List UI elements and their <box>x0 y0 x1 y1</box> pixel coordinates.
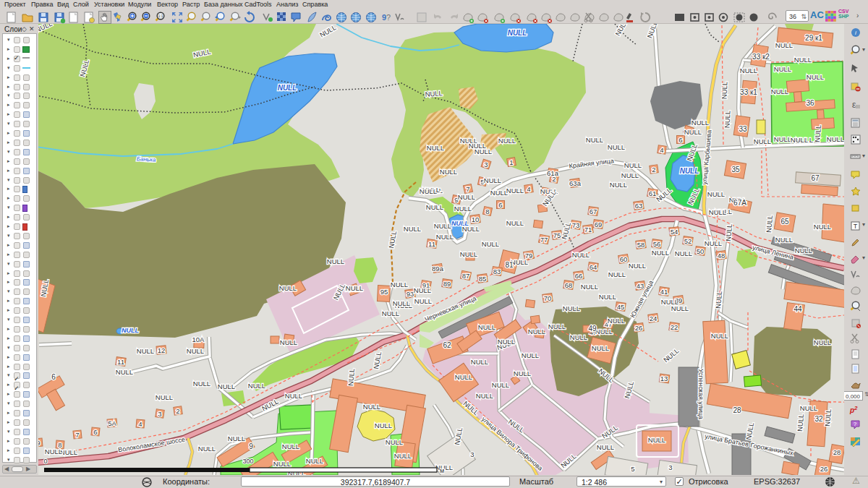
svg-text:67: 67 <box>811 174 820 182</box>
svg-text:NULL: NULL <box>624 161 642 169</box>
svg-text:NULL: NULL <box>363 403 380 411</box>
svg-text:NULL: NULL <box>675 249 692 257</box>
svg-text:NULL: NULL <box>522 351 539 359</box>
svg-text:44: 44 <box>793 305 802 313</box>
svg-text:NULL: NULL <box>137 347 154 355</box>
svg-text:6: 6 <box>678 136 682 144</box>
svg-text:NULL: NULL <box>608 270 626 278</box>
svg-text:NULL: NULL <box>60 448 77 456</box>
svg-text:NULL: NULL <box>490 189 508 197</box>
svg-text:50: 50 <box>697 247 705 255</box>
svg-text:NULL: NULL <box>581 283 598 291</box>
svg-text:9: 9 <box>249 442 253 450</box>
svg-text:7: 7 <box>75 431 79 439</box>
svg-text:28: 28 <box>733 406 741 414</box>
svg-text:36: 36 <box>806 99 814 107</box>
svg-text:NULL: NULL <box>45 448 62 455</box>
svg-text:NULL: NULL <box>796 414 805 432</box>
svg-text:NULL: NULL <box>394 452 412 460</box>
svg-text:7: 7 <box>466 185 469 193</box>
svg-text:29 к1: 29 к1 <box>805 34 822 42</box>
svg-text:NULL: NULL <box>740 67 757 74</box>
svg-text:NULL: NULL <box>680 167 699 175</box>
svg-text:24: 24 <box>650 314 658 322</box>
svg-text:NULL: NULL <box>414 286 431 294</box>
svg-text:NULL: NULL <box>707 190 725 198</box>
svg-text:4: 4 <box>527 185 530 193</box>
svg-text:NULL: NULL <box>563 304 580 312</box>
svg-text:NULL: NULL <box>814 223 831 231</box>
svg-text:NULL: NULL <box>528 328 545 335</box>
svg-text:NULL: NULL <box>506 219 524 227</box>
svg-text:Успенская улица: Успенская улица <box>697 369 705 419</box>
svg-text:NULL: NULL <box>709 208 726 216</box>
svg-text:NULL: NULL <box>671 304 689 312</box>
svg-text:NULL: NULL <box>386 438 403 446</box>
svg-text:NULL: NULL <box>492 381 509 389</box>
svg-text:NULL: NULL <box>280 338 297 346</box>
svg-text:NULL: NULL <box>391 281 408 288</box>
svg-text:NULL: NULL <box>346 284 363 292</box>
svg-text:33: 33 <box>739 125 747 133</box>
svg-text:i: i <box>855 30 856 36</box>
svg-text:65: 65 <box>780 218 789 226</box>
svg-text:73: 73 <box>572 221 580 229</box>
svg-text:NULL: NULL <box>306 457 323 465</box>
svg-text:35: 35 <box>731 166 740 174</box>
svg-text:NULL: NULL <box>460 250 477 258</box>
svg-text:NULL: NULL <box>393 299 410 307</box>
svg-text:33 к2: 33 к2 <box>752 53 770 61</box>
svg-text:NULL: NULL <box>198 445 216 453</box>
svg-text:5A: 5A <box>108 419 116 427</box>
svg-text:NULL: NULL <box>471 358 488 366</box>
svg-text:NULL: NULL <box>794 56 812 64</box>
svg-text:NULL: NULL <box>122 327 139 334</box>
svg-text:32: 32 <box>814 415 823 423</box>
svg-text:64: 64 <box>590 263 597 271</box>
svg-text:87: 87 <box>462 272 470 280</box>
svg-text:NULL: NULL <box>514 369 531 377</box>
svg-text:4: 4 <box>660 146 663 154</box>
svg-text:NULL: NULL <box>827 135 844 143</box>
svg-text:3: 3 <box>158 410 161 418</box>
svg-text:54: 54 <box>671 228 678 236</box>
svg-text:NULL: NULL <box>823 408 833 427</box>
svg-text:28: 28 <box>833 448 841 456</box>
svg-text:NULL: NULL <box>608 317 625 325</box>
svg-text:м: м <box>440 467 444 474</box>
svg-text:NULL: NULL <box>279 284 297 292</box>
svg-text:2: 2 <box>176 407 179 415</box>
svg-text:0: 0 <box>43 458 47 465</box>
svg-text:13: 13 <box>660 374 668 382</box>
svg-text:81: 81 <box>505 261 514 269</box>
svg-text:NULL: NULL <box>800 404 817 412</box>
svg-text:NULL: NULL <box>498 137 516 145</box>
svg-text:NULL: NULL <box>476 392 493 400</box>
svg-text:NULL: NULL <box>455 373 472 381</box>
svg-text:58: 58 <box>637 241 645 249</box>
svg-text:61: 61 <box>649 189 657 197</box>
svg-text:NULL: NULL <box>346 368 356 386</box>
svg-text:T: T <box>854 223 858 230</box>
svg-text:NULL: NULL <box>813 124 822 142</box>
svg-text:NULL: NULL <box>228 435 245 442</box>
svg-text:NULL: NULL <box>705 239 722 247</box>
svg-text:NULL: NULL <box>218 382 235 390</box>
svg-text:71: 71 <box>584 226 592 234</box>
svg-text:2: 2 <box>652 166 655 174</box>
svg-text:NULL: NULL <box>425 89 443 98</box>
svg-text:33 к1: 33 к1 <box>740 88 757 96</box>
svg-text:77: 77 <box>540 236 548 244</box>
svg-text:NULL: NULL <box>572 251 590 259</box>
svg-text:?: ? <box>854 421 857 427</box>
svg-text:NULL: NULL <box>498 338 515 346</box>
svg-text:52: 52 <box>684 237 692 245</box>
svg-text:62: 62 <box>443 341 451 349</box>
svg-text:NULL: NULL <box>327 257 344 265</box>
svg-text:49: 49 <box>588 325 597 333</box>
svg-text:NULL: NULL <box>382 309 399 317</box>
svg-text:NULL: NULL <box>440 168 457 176</box>
svg-text:1: 1 <box>509 158 513 166</box>
svg-text:NULL: NULL <box>652 249 669 257</box>
svg-text:NULL: NULL <box>454 205 472 213</box>
